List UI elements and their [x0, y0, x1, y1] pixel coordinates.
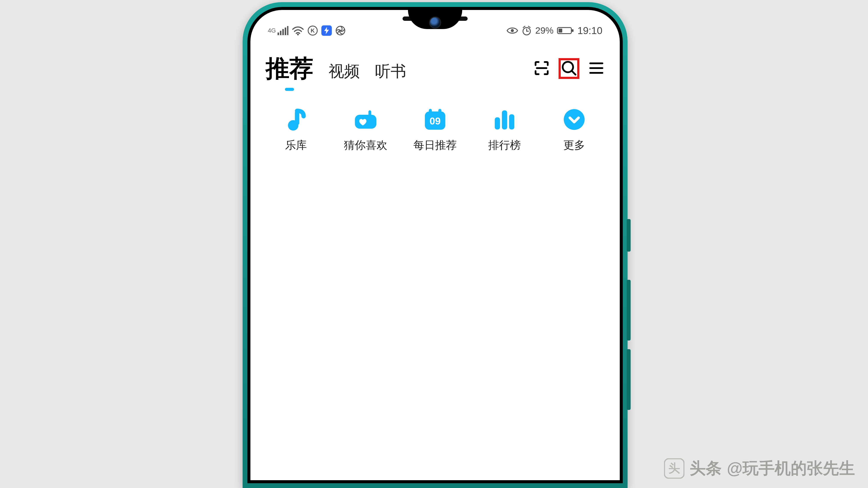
status-bar: 4G K: [250, 21, 620, 40]
watermark-handle: @玩手机的张先生: [727, 458, 855, 479]
svg-rect-23: [368, 110, 371, 116]
eye-icon: [507, 27, 518, 34]
music-note-icon: [284, 107, 308, 131]
svg-rect-1: [280, 31, 281, 35]
signal-icon: [278, 26, 288, 35]
search-icon: [561, 60, 577, 77]
category-daily-recommend[interactable]: 09 每日推荐: [406, 107, 464, 153]
category-music-library[interactable]: 乐库: [267, 107, 325, 153]
svg-rect-2: [282, 29, 284, 35]
svg-text:头: 头: [669, 461, 680, 475]
scan-button[interactable]: [531, 58, 552, 79]
svg-rect-29: [509, 114, 514, 129]
radio-heart-icon: [354, 107, 378, 131]
svg-point-21: [288, 120, 299, 131]
svg-rect-25: [429, 109, 432, 115]
svg-point-9: [511, 29, 514, 32]
svg-rect-0: [278, 33, 279, 35]
category-label: 乐库: [285, 138, 307, 153]
battery-icon: [557, 26, 574, 35]
toutiao-logo-icon: 头: [664, 458, 684, 479]
watermark: 头 头条 @玩手机的张先生: [664, 458, 855, 479]
more-circle-icon: [562, 107, 586, 131]
network-type-label: 4G: [268, 27, 276, 34]
battery-percent: 29%: [535, 25, 554, 36]
svg-text:K: K: [311, 27, 315, 34]
bar-chart-icon: [493, 107, 517, 131]
menu-button[interactable]: [586, 58, 607, 79]
wifi-icon: [292, 26, 304, 35]
menu-icon: [589, 62, 604, 75]
calendar-day: 09: [429, 116, 440, 127]
svg-line-16: [572, 71, 576, 75]
svg-rect-28: [502, 110, 507, 129]
scan-icon: [534, 60, 550, 77]
lightning-app-icon: [321, 25, 332, 36]
category-more[interactable]: 更多: [545, 107, 603, 153]
watermark-prefix: 头条: [690, 458, 722, 479]
tab-audiobook[interactable]: 听书: [375, 61, 406, 82]
svg-point-5: [297, 34, 299, 35]
category-label: 排行榜: [488, 138, 521, 153]
phone-frame: 4G K: [243, 2, 627, 488]
svg-rect-26: [438, 109, 441, 115]
tab-video[interactable]: 视频: [329, 61, 360, 82]
screen: 4G K: [250, 10, 620, 480]
top-tabs: 推荐 视频 听书: [266, 53, 406, 85]
alarm-icon: [522, 25, 532, 36]
category-label: 每日推荐: [413, 138, 457, 153]
category-label: 猜你喜欢: [344, 138, 388, 153]
volume-down-button: [627, 349, 630, 410]
clock: 19:10: [578, 25, 602, 36]
volume-up-button: [627, 280, 630, 340]
category-label: 更多: [563, 138, 585, 153]
svg-rect-13: [559, 29, 562, 33]
category-row: 乐库 猜你喜欢 09 每日推荐: [250, 107, 620, 153]
svg-rect-27: [495, 117, 500, 129]
calendar-icon: 09: [423, 107, 447, 131]
svg-rect-12: [572, 29, 574, 32]
search-button[interactable]: [559, 58, 579, 79]
svg-rect-3: [285, 28, 286, 35]
tab-recommend[interactable]: 推荐: [266, 53, 313, 85]
svg-point-30: [564, 109, 585, 130]
side-button: [627, 219, 630, 252]
category-ranking[interactable]: 排行榜: [475, 107, 534, 153]
category-guess-you-like[interactable]: 猜你喜欢: [336, 107, 395, 153]
app-header: 推荐 视频 听书: [250, 51, 620, 86]
svg-rect-4: [287, 26, 288, 35]
aperture-icon: [335, 25, 346, 36]
circle-k-icon: K: [308, 25, 318, 36]
